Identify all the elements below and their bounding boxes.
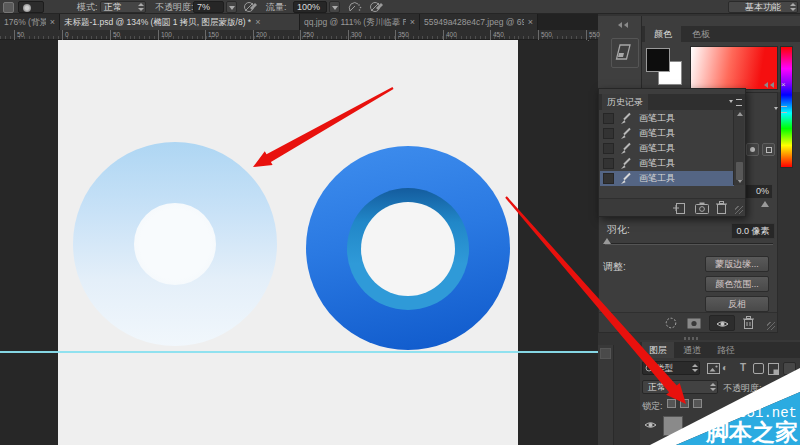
document-viewport[interactable] [0,40,598,445]
lock-pixels-icon[interactable] [667,399,676,408]
collapse-arrows-icon[interactable] [618,22,632,28]
history-entry[interactable]: 画笔工具 [600,141,734,156]
mask-edge-button[interactable]: 蒙版边缘... [705,256,769,272]
flow-input[interactable]: 100% [293,1,327,13]
history-entry-label: 画笔工具 [639,126,675,141]
density-value-box[interactable]: 0% [742,184,773,199]
history-title-tab[interactable]: 历史记录 [602,94,648,110]
mask-visibility-toggle[interactable] [709,315,735,331]
tab-close-icon[interactable]: × [410,14,415,30]
blend-mode-select[interactable]: 正常 [100,1,146,13]
history-scrollbar[interactable] [733,110,744,185]
brush-tip-thumbnail [23,4,31,12]
color-panel: 颜色 色板 [642,16,800,92]
filter-shape-layers-icon[interactable] [753,363,764,374]
document-tab[interactable]: 176% (背景, RGB... × [0,14,60,30]
delete-state-trash-icon[interactable] [716,201,727,214]
history-source-checkbox[interactable] [603,158,614,169]
layer-filter-select[interactable]: 类型 [642,361,700,375]
opacity-input[interactable]: 7% [193,1,224,13]
history-entry[interactable]: 画笔工具 [600,156,734,171]
history-source-checkbox[interactable] [603,143,614,154]
vector-mask-icon[interactable] [762,143,775,156]
flow-value: 100% [297,2,320,12]
layer-thumbnail[interactable] [663,416,683,436]
invert-button[interactable]: 反相 [705,296,769,312]
feather-slider-track[interactable] [605,243,773,245]
feather-value-box[interactable]: 0.0 像素 [731,223,775,239]
tab-paths[interactable]: 路径 [710,342,742,358]
collapse-dock-chevron-icon[interactable] [583,40,593,43]
tab-close-icon[interactable]: × [50,14,55,30]
tab-layers[interactable]: 图层 [642,342,674,358]
tab-swatches[interactable]: 色板 [683,26,719,42]
brush-icon [619,142,632,155]
layer-blend-mode-select[interactable]: 正常 [642,380,718,394]
new-snapshot-camera-icon[interactable] [695,202,709,214]
canvas[interactable] [58,40,518,445]
updown-arrows-icon [789,3,796,12]
history-entry[interactable]: 画笔工具 [600,126,734,141]
workspace-label: 基本功能 [745,2,781,12]
tab-color[interactable]: 颜色 [645,26,681,42]
document-tab[interactable]: qq.jpg @ 111% (秀川临摹 R... × [300,14,420,30]
scrollbar-thumb[interactable] [736,162,743,180]
tab-label: 176% (背景, RGB... [4,14,46,30]
load-selection-icon[interactable] [665,317,677,329]
tab-close-icon[interactable]: × [528,14,533,30]
history-source-checkbox[interactable] [603,173,614,184]
lock-position-icon[interactable] [680,399,689,408]
horizontal-ruler[interactable]: 50 0 50 100 150 200 250 300 350 400 450 … [0,30,598,40]
flow-dropdown-button[interactable] [329,1,340,13]
filter-smart-objects-icon[interactable] [768,363,779,375]
document-tab[interactable]: 55949a428e4c7.jpeg @ 69.9... × [420,14,538,30]
tool-preset-icon[interactable] [3,2,14,13]
density-slider-thumb[interactable] [761,201,769,207]
document-tab-active[interactable]: 未标题-1.psd @ 134% (椭圆 1 拷贝, 图层蒙版/8) * × [60,14,300,30]
history-entry-selected[interactable]: 画笔工具 [600,171,734,186]
ruler-label: 150 [205,30,219,40]
cyan-guide-line[interactable] [0,351,598,353]
properties-panel-icon[interactable] [611,38,639,68]
brush-icon [619,157,632,170]
airbrush-icon[interactable] [347,1,362,13]
panel-resize-grip[interactable] [767,322,775,330]
trash-icon[interactable] [743,316,754,329]
opacity-label: 不透明度: [155,0,194,14]
tab-close-icon[interactable]: × [255,14,260,30]
right-panel-dock: 颜色 色板 × 0% 羽化: 0.0 像素 调整: 蒙版边缘... 颜色范围..… [598,14,800,445]
filter-adjustment-layers-icon[interactable]: ◐ [722,362,728,374]
filter-type-layers-icon[interactable]: T [740,362,746,374]
scroll-up-icon[interactable] [737,112,743,116]
new-document-from-state-icon[interactable] [673,202,686,214]
panel-close-icon[interactable]: × [781,81,786,89]
blue-ring-hole [361,202,455,296]
opacity-dropdown-button[interactable] [226,1,237,13]
pressure-size-icon[interactable] [369,1,384,13]
feather-label: 羽化: [607,223,630,237]
history-entry[interactable]: 画笔工具 [600,111,734,126]
foreground-color-swatch[interactable] [646,48,670,72]
brush-preset-picker[interactable] [18,1,44,13]
history-source-checkbox[interactable] [603,113,614,124]
panel-menu-icon[interactable] [774,105,787,113]
feather-slider-thumb[interactable] [603,238,611,244]
apply-mask-icon[interactable] [687,318,701,329]
history-entry-label: 画笔工具 [639,141,675,156]
tab-channels[interactable]: 通道 [676,342,708,358]
workspace-switcher-button[interactable]: 基本功能 [728,1,798,13]
collapse-arrows-icon[interactable] [764,82,778,88]
layer-visibility-eye-icon[interactable] [644,420,657,430]
history-source-checkbox[interactable] [603,128,614,139]
lock-all-icon[interactable] [693,399,702,408]
strip-thumb[interactable] [600,348,611,359]
color-range-button[interactable]: 颜色范围... [705,276,769,292]
pressure-opacity-icon[interactable] [243,1,258,13]
updown-arrows-icon [709,383,716,392]
filter-pixel-layers-icon[interactable] [707,363,720,375]
ruler-label: 450 [490,30,504,40]
pixel-mask-icon[interactable] [746,143,759,156]
panel-menu-icon[interactable] [729,98,742,106]
panel-resize-grip[interactable] [735,206,743,214]
filter-toggle-button[interactable] [783,362,796,375]
